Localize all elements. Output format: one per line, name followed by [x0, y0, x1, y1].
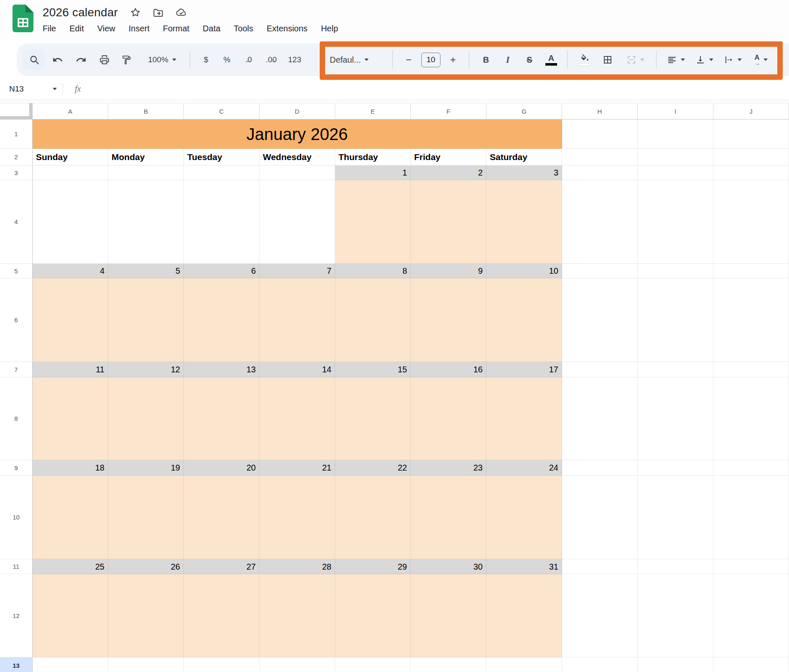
date-cell[interactable]: 3 — [486, 165, 562, 180]
column-header-b[interactable]: B — [108, 103, 184, 120]
row-header-10[interactable]: 10 — [0, 476, 33, 559]
cell[interactable] — [562, 120, 638, 149]
cell[interactable] — [638, 657, 713, 672]
date-cell[interactable]: 6 — [184, 264, 260, 278]
cell[interactable] — [184, 377, 260, 460]
date-cell[interactable]: 8 — [335, 264, 411, 278]
cell[interactable] — [638, 574, 713, 657]
date-cell[interactable]: 12 — [108, 362, 184, 377]
cell[interactable] — [638, 180, 713, 264]
cell[interactable] — [260, 180, 335, 264]
cell[interactable] — [713, 476, 789, 559]
menu-file[interactable]: File — [42, 24, 57, 33]
cloud-saved-icon[interactable] — [176, 7, 187, 18]
format-percent-button[interactable]: % — [216, 50, 238, 70]
row-header-8[interactable]: 8 — [0, 377, 33, 460]
cell[interactable] — [713, 165, 789, 180]
text-wrapping-button[interactable] — [718, 50, 747, 70]
cell[interactable] — [411, 657, 486, 672]
cell[interactable] — [335, 574, 411, 657]
menu-view[interactable]: View — [97, 24, 116, 33]
row-header-13[interactable]: 13 — [0, 657, 33, 672]
cell[interactable] — [108, 180, 184, 264]
cell[interactable] — [713, 120, 789, 149]
decrease-decimal-button[interactable]: .0← — [238, 50, 260, 70]
borders-button[interactable] — [596, 50, 619, 70]
row-header-9[interactable]: 9 — [0, 460, 33, 476]
date-cell[interactable] — [260, 165, 335, 180]
cell[interactable] — [638, 120, 713, 149]
cell[interactable] — [486, 574, 562, 657]
font-family-selector[interactable]: Defaul... — [324, 50, 387, 70]
date-cell[interactable]: 22 — [335, 460, 411, 476]
cell[interactable] — [184, 476, 260, 559]
date-cell[interactable]: 14 — [260, 362, 335, 377]
cell[interactable] — [260, 476, 335, 559]
row-header-7[interactable]: 7 — [0, 362, 33, 377]
fill-color-button[interactable] — [573, 50, 596, 70]
name-box[interactable]: N13 — [0, 84, 63, 94]
cell[interactable] — [638, 559, 713, 574]
row-header-4[interactable]: 4 — [0, 180, 33, 264]
freeze-handle-horizontal[interactable] — [0, 116, 29, 119]
date-cell[interactable]: 7 — [260, 264, 335, 278]
cell[interactable] — [638, 149, 713, 165]
date-cell[interactable]: 20 — [184, 460, 260, 476]
cell[interactable] — [486, 657, 562, 672]
cell[interactable] — [713, 574, 789, 657]
vertical-align-button[interactable] — [690, 50, 718, 70]
cell[interactable] — [713, 264, 789, 278]
date-cell[interactable]: 28 — [260, 559, 335, 574]
cell[interactable] — [638, 377, 713, 460]
date-cell[interactable]: 9 — [411, 264, 486, 278]
document-title[interactable]: 2026 calendar — [43, 6, 118, 19]
cell[interactable] — [638, 476, 713, 559]
cell[interactable] — [335, 377, 411, 460]
date-cell[interactable]: 30 — [411, 559, 486, 574]
increase-font-size-button[interactable]: + — [443, 50, 463, 70]
date-cell[interactable]: 19 — [108, 460, 184, 476]
day-header-cell[interactable]: Friday — [411, 149, 486, 165]
cell[interactable] — [486, 377, 562, 460]
cell[interactable] — [108, 278, 184, 362]
cell[interactable] — [108, 476, 184, 559]
cell[interactable] — [335, 476, 411, 559]
date-cell[interactable]: 18 — [33, 460, 108, 476]
cell[interactable] — [33, 657, 108, 672]
row-header-3[interactable]: 3 — [0, 165, 33, 180]
column-header-c[interactable]: C — [184, 103, 260, 120]
cell[interactable] — [562, 574, 638, 657]
day-header-cell[interactable]: Wednesday — [260, 149, 335, 165]
select-all-corner[interactable] — [0, 103, 33, 120]
row-header-11[interactable]: 11 — [0, 559, 33, 574]
cell[interactable] — [260, 278, 335, 362]
cell[interactable] — [562, 149, 638, 165]
decrease-font-size-button[interactable]: − — [399, 50, 419, 70]
zoom-selector[interactable]: 100% — [140, 50, 184, 70]
date-cell[interactable]: 31 — [486, 559, 562, 574]
column-header-j[interactable]: J — [713, 103, 789, 120]
cell[interactable] — [184, 180, 260, 264]
cell[interactable] — [33, 574, 108, 657]
month-title-cell[interactable]: January 2026 — [33, 120, 562, 149]
row-header-6[interactable]: 6 — [0, 278, 33, 362]
row-header-1[interactable]: 1 — [0, 120, 33, 149]
cell[interactable] — [713, 460, 789, 476]
date-cell[interactable]: 16 — [411, 362, 486, 377]
cell[interactable] — [638, 165, 713, 180]
cell[interactable] — [713, 559, 789, 574]
cell[interactable] — [33, 278, 108, 362]
cell[interactable] — [713, 149, 789, 165]
column-header-e[interactable]: E — [335, 103, 411, 120]
cell[interactable] — [713, 278, 789, 362]
day-header-cell[interactable]: Thursday — [335, 149, 411, 165]
redo-button[interactable] — [69, 50, 93, 70]
cell[interactable] — [108, 574, 184, 657]
cell[interactable] — [486, 278, 562, 362]
bold-button[interactable]: B — [475, 50, 497, 70]
cell[interactable] — [562, 476, 638, 559]
cell[interactable] — [184, 574, 260, 657]
cell[interactable] — [411, 278, 486, 362]
cell[interactable] — [33, 377, 108, 460]
date-cell[interactable]: 29 — [335, 559, 411, 574]
